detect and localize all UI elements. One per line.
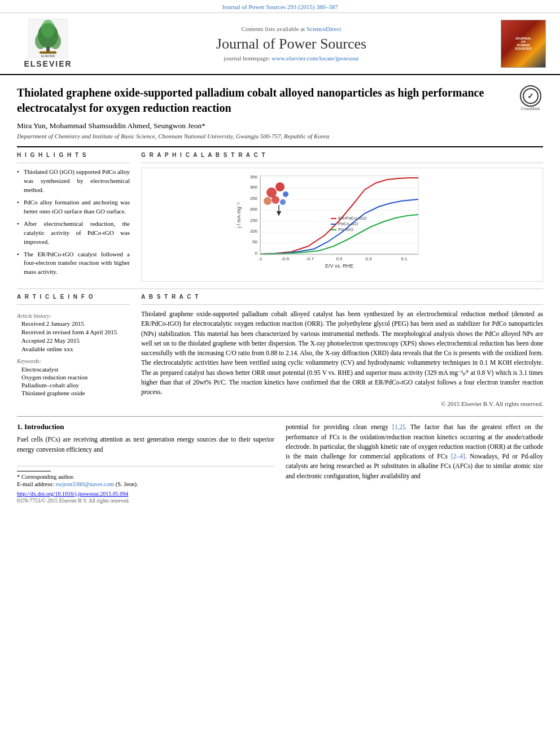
journal-reference-bar: Journal of Power Sources 293 (2015) 380–… — [0, 0, 560, 13]
highlights-list: Thiolated GO (tGO) supported PdCo alloy … — [17, 168, 130, 277]
abstract-text: Thiolated graphene oxide-supported palla… — [141, 309, 543, 397]
highlight-item: Thiolated GO (tGO) supported PdCo alloy … — [17, 168, 130, 195]
svg-text:-0.9: -0.9 — [281, 256, 289, 261]
article-history-label: Article history: — [17, 313, 130, 319]
svg-rect-46 — [331, 229, 336, 230]
accepted-date: Accepted 22 May 2015 — [17, 337, 130, 344]
svg-point-39 — [283, 191, 288, 197]
svg-text:0.3: 0.3 — [365, 256, 372, 261]
journal-cover-image: JOURNALOFPOWERSOURCES — [501, 20, 546, 68]
journal-header: ELSEVIER ELSEVIER Contents lists availab… — [0, 13, 560, 75]
revised-date: Received in revised form 4 April 2015 — [17, 329, 130, 335]
svg-text:50: 50 — [252, 239, 257, 244]
abstract-copyright: © 2015 Elsevier B.V. All rights reserved… — [141, 400, 543, 407]
elsevier-logo: ELSEVIER ELSEVIER — [24, 19, 72, 68]
keyword-item: Electrocatalyst — [17, 366, 130, 373]
highlight-item: PdCo alloy formation and anchoring was b… — [17, 198, 130, 216]
abstract-column: A B S T R A C T Thiolated graphene oxide… — [141, 294, 543, 407]
highlights-title: H I G H L I G H T S — [17, 152, 130, 158]
svg-point-38 — [264, 197, 272, 205]
article-body: Thiolated graphene oxide-supported palla… — [0, 75, 560, 515]
corresponding-author-note: * Corresponding author. — [17, 474, 274, 480]
elsevier-tree-icon: ELSEVIER — [28, 19, 68, 58]
abstract-title: A B S T R A C T — [141, 294, 543, 300]
ref-link-1[interactable]: [1,2] — [392, 423, 405, 430]
abstract-divider — [141, 304, 543, 305]
svg-text:0.5: 0.5 — [336, 256, 343, 261]
authors: Mira Yun, Mohammad Shamsuddin Ahmed, Seu… — [17, 121, 543, 130]
crossmark-icon: ✓ — [520, 85, 541, 107]
article-history: Article history: Received 2 January 2015… — [17, 313, 130, 352]
svg-text:PdCo-GO: PdCo-GO — [338, 221, 358, 226]
info-abstract-section: A R T I C L E I N F O Article history: R… — [17, 294, 543, 407]
svg-text:350: 350 — [250, 174, 258, 180]
introduction-section: 1. Introduction Fuel cells (FCs) are rec… — [17, 416, 543, 504]
svg-rect-6 — [40, 51, 56, 54]
copyright-line: 0378-7753/© 2015 Elsevier B.V. All right… — [17, 498, 274, 504]
keyword-item: Thiolated graphene oxide — [17, 390, 130, 396]
graphical-abstract-title: G R A P H I C A L A B S T R A C T — [141, 152, 543, 158]
article-title: Thiolated graphene oxide-supported palla… — [17, 85, 509, 116]
highlight-item: After electrochemical reduction, the cat… — [17, 220, 130, 247]
intro-text-right: potential for providing clean energy [1,… — [286, 422, 543, 481]
crossmark-label: CrossMark — [521, 107, 540, 111]
keyword-item: Palladium–cobalt alloy — [17, 382, 130, 388]
sciencedirect-info: Contents lists available at ScienceDirec… — [90, 25, 492, 32]
svg-text:ELSEVIER: ELSEVIER — [41, 54, 55, 58]
graphical-abstract-container: j / mA mg⁻¹ 0 50 100 150 200 250 300 350 — [141, 168, 543, 282]
doi-link[interactable]: http://dx.doi.org/10.1016/j.jpowsour.201… — [17, 491, 128, 497]
svg-point-5 — [41, 20, 55, 38]
highlights-column: H I G H L I G H T S Thiolated GO (tGO) s… — [17, 152, 130, 282]
svg-text:300: 300 — [250, 185, 258, 190]
ref-link-2[interactable]: [2–4] — [451, 453, 465, 460]
svg-text:200: 200 — [250, 207, 258, 212]
intro-col-right: potential for providing clean energy [1,… — [286, 422, 543, 504]
homepage-link[interactable]: www.elsevier.com/locate/jpowsour — [272, 55, 358, 62]
crossmark-area: ✓ CrossMark — [518, 85, 543, 111]
received-date: Received 2 January 2015 — [17, 320, 130, 327]
svg-text:100: 100 — [250, 229, 258, 234]
highlights-graphical-section: H I G H L I G H T S Thiolated GO (tGO) s… — [17, 152, 543, 282]
journal-homepage: journal homepage: www.elsevier.com/locat… — [90, 55, 492, 62]
affiliation: Department of Chemistry and Institute of… — [17, 133, 543, 139]
elsevier-label: ELSEVIER — [24, 59, 72, 68]
journal-header-center: Contents lists available at ScienceDirec… — [85, 25, 498, 62]
svg-point-40 — [280, 199, 286, 205]
ga-divider — [141, 163, 543, 163]
section-divider-1 — [17, 289, 543, 289]
keywords-label: Keywords: — [17, 358, 130, 364]
email-link[interactable]: swjeon3380@naver.com — [55, 481, 114, 487]
intro-heading: 1. Introduction — [17, 422, 274, 431]
intro-text-left: Fuel cells (FCs) are receiving attention… — [17, 435, 274, 455]
svg-text:Pd-tGO: Pd-tGO — [338, 227, 353, 232]
doi-line: http://dx.doi.org/10.1016/j.jpowsour.201… — [17, 491, 274, 497]
svg-rect-44 — [331, 224, 336, 225]
keywords-list: Electrocatalyst Oxygen reduction reactio… — [17, 366, 130, 396]
svg-text:-0.7: -0.7 — [306, 256, 314, 261]
article-info-title: A R T I C L E I N F O — [17, 294, 130, 300]
info-divider — [17, 304, 130, 305]
email-footnote: E-mail address: swjeon3380@naver.com (S.… — [17, 481, 274, 487]
intro-two-col: 1. Introduction Fuel cells (FCs) are rec… — [17, 422, 543, 504]
highlights-divider — [17, 163, 130, 163]
sciencedirect-link[interactable]: ScienceDirect — [307, 25, 342, 32]
svg-text:0.1: 0.1 — [401, 256, 408, 261]
svg-rect-42 — [331, 218, 336, 219]
title-section: Thiolated graphene oxide-supported palla… — [17, 81, 543, 116]
intro-col-left: 1. Introduction Fuel cells (FCs) are rec… — [17, 422, 274, 504]
svg-point-37 — [272, 196, 279, 204]
svg-point-36 — [275, 182, 285, 191]
svg-text:ER/PdCo-tGO: ER/PdCo-tGO — [338, 216, 367, 221]
svg-text:-1: -1 — [258, 256, 262, 261]
footnote-separator — [17, 471, 51, 471]
publisher-logo-area: ELSEVIER ELSEVIER — [11, 19, 85, 68]
journal-cover-area: JOURNALOFPOWERSOURCES — [498, 20, 549, 68]
journal-reference-text: Journal of Power Sources 293 (2015) 380–… — [222, 3, 338, 10]
highlight-item: The ER/PdCo-tGO catalyst followed a four… — [17, 250, 130, 277]
online-date: Available online xxx — [17, 346, 130, 352]
graphical-abstract-chart: j / mA mg⁻¹ 0 50 100 150 200 250 300 350 — [146, 173, 538, 274]
keywords-section: Keywords: Electrocatalyst Oxygen reducti… — [17, 358, 130, 396]
svg-text:0: 0 — [255, 251, 258, 256]
svg-text:E/V vs. RHE: E/V vs. RHE — [325, 263, 353, 269]
journal-title: Journal of Power Sources — [90, 36, 492, 53]
